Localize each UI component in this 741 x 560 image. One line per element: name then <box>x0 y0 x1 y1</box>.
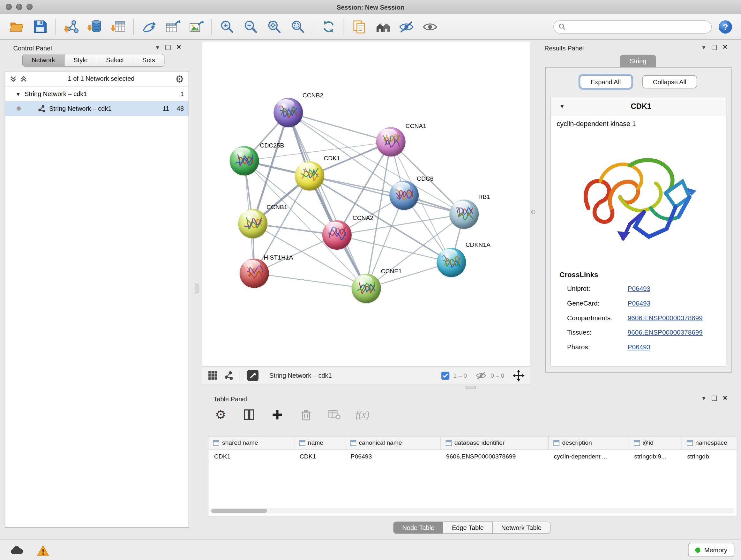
apply-function-button[interactable]: f(x) <box>354 406 372 424</box>
graph-node-RB1[interactable] <box>449 199 479 229</box>
warnings-button[interactable] <box>36 543 50 557</box>
crosslink-uniprot-link[interactable]: P06493 <box>628 285 650 292</box>
selected-checkbox-icon[interactable] <box>441 371 449 379</box>
collapse-triangle-icon[interactable]: ▼ <box>559 104 564 109</box>
column-header-id[interactable]: @id <box>629 436 682 449</box>
graph-node-CCNE1[interactable] <box>352 273 381 303</box>
refresh-layout-button[interactable] <box>317 16 340 38</box>
fit-content-crosshair-icon[interactable] <box>513 369 525 381</box>
table-row[interactable]: CDK1 CDK1 P06493 9606.ENSP00000378699 cy… <box>208 449 737 462</box>
undock-panel-icon[interactable] <box>165 45 171 50</box>
cell-namespace[interactable]: stringdb <box>681 449 737 462</box>
cell-canonical-name[interactable]: P06493 <box>345 449 441 462</box>
graph-node-CDK1[interactable] <box>295 161 324 191</box>
network-share-icon[interactable] <box>224 371 233 380</box>
new-network-button[interactable] <box>137 16 160 38</box>
tab-node-table[interactable]: Node Table <box>393 521 443 534</box>
tab-select[interactable]: Select <box>97 54 133 66</box>
tab-style[interactable]: Style <box>64 54 97 66</box>
graph-node-CCNB2[interactable] <box>273 98 303 127</box>
cell-name[interactable]: CDK1 <box>294 449 345 462</box>
tab-edge-table[interactable]: Edge Table <box>443 521 492 534</box>
column-header-description[interactable]: description <box>548 436 629 449</box>
graph-node-CCNB1[interactable] <box>238 209 267 239</box>
show-columns-button[interactable] <box>240 406 258 424</box>
open-session-button[interactable] <box>5 16 28 38</box>
scrollbar-thumb[interactable] <box>211 509 267 513</box>
import-network-database-button[interactable] <box>83 16 106 38</box>
network-collection-row[interactable]: ▼ String Network – cdk1 1 <box>5 86 189 101</box>
export-image-button[interactable] <box>185 16 208 38</box>
cell-database-identifier[interactable]: 9606.ENSP00000378699 <box>441 449 548 462</box>
tab-network[interactable]: Network <box>23 54 64 66</box>
crosslink-compartments-link[interactable]: 9606.ENSP00000378699 <box>628 314 703 321</box>
table-settings-button[interactable]: ⚙ <box>212 406 229 424</box>
close-panel-icon[interactable]: × <box>723 394 727 402</box>
graph-node-HIST1H1A[interactable] <box>240 259 269 288</box>
graph-node-CDC6[interactable] <box>389 181 419 210</box>
collapse-triangle-icon[interactable]: ▼ <box>16 91 21 97</box>
zoom-selected-button[interactable] <box>286 16 310 38</box>
search-box[interactable] <box>553 20 712 33</box>
cell-shared-name[interactable]: CDK1 <box>208 449 294 462</box>
graph-node-CDKN1A[interactable] <box>436 248 466 277</box>
cloud-status-button[interactable] <box>10 543 23 557</box>
collapse-all-button[interactable]: Collapse All <box>642 75 697 88</box>
table-tabs: Node Table Edge Table Network Table <box>206 521 737 534</box>
clone-network-button[interactable] <box>347 16 371 38</box>
network-row[interactable]: String Network – cdk1 11 48 <box>5 101 189 116</box>
delete-column-button[interactable] <box>297 406 315 424</box>
network-canvas[interactable]: CCNB2CCNA1CDC25BCDK1CDC6RB1CCNB1CCNA2CDK… <box>202 42 530 366</box>
search-input[interactable] <box>568 23 706 30</box>
create-column-button[interactable] <box>268 406 286 424</box>
tab-string[interactable]: String <box>620 55 656 67</box>
column-header-database-identifier[interactable]: database identifier <box>441 436 548 449</box>
grid-view-icon[interactable] <box>208 371 218 380</box>
overview-button[interactable] <box>371 16 394 38</box>
detach-view-icon[interactable] <box>247 369 259 382</box>
tab-sets[interactable]: Sets <box>133 54 164 66</box>
graph-node-CCNA1[interactable] <box>376 127 406 157</box>
column-header-name[interactable]: name <box>294 436 345 449</box>
table-horizontal-scrollbar[interactable] <box>210 508 735 513</box>
network-options-gear-icon[interactable]: ⚙ <box>175 74 184 84</box>
close-panel-icon[interactable]: × <box>723 44 727 51</box>
graph-node-CDC25B[interactable] <box>230 146 259 176</box>
undock-panel-icon[interactable] <box>711 395 717 401</box>
collapse-all-icon[interactable] <box>20 75 27 83</box>
cell-id[interactable]: stringdb:9... <box>629 449 682 462</box>
import-table-file-button[interactable] <box>106 16 130 38</box>
save-session-button[interactable] <box>28 16 52 38</box>
column-header-shared-name[interactable]: shared name <box>208 436 294 449</box>
crosslink-pharos-link[interactable]: P06493 <box>628 343 650 351</box>
delete-table-button[interactable] <box>325 406 343 424</box>
vertical-splitter-grip[interactable] <box>531 210 535 214</box>
show-all-button[interactable] <box>418 16 442 38</box>
horizontal-splitter-grip[interactable] <box>466 386 476 389</box>
gene-section-header[interactable]: ▼ CDK1 <box>551 98 726 115</box>
expand-all-button[interactable]: Expand All <box>580 75 632 88</box>
new-table-button[interactable] <box>160 16 184 38</box>
column-header-namespace[interactable]: namespace <box>681 436 737 449</box>
graph-node-CCNA2[interactable] <box>322 220 352 250</box>
zoom-out-button[interactable] <box>239 16 262 38</box>
crosslink-genecard-link[interactable]: P06493 <box>628 299 650 307</box>
float-panel-icon[interactable]: ▾ <box>702 44 705 50</box>
column-header-canonical-name[interactable]: canonical name <box>345 436 441 449</box>
zoom-fit-button[interactable] <box>262 16 286 38</box>
tab-network-table[interactable]: Network Table <box>493 521 550 534</box>
cell-description[interactable]: cyclin-dependent ... <box>548 449 629 462</box>
close-panel-icon[interactable]: × <box>177 44 181 51</box>
float-panel-icon[interactable]: ▾ <box>156 44 159 50</box>
hide-selected-button[interactable] <box>395 16 418 38</box>
zoom-in-button[interactable] <box>215 16 239 38</box>
undock-panel-icon[interactable] <box>711 45 717 50</box>
memory-button[interactable]: Memory <box>688 543 734 557</box>
crosslink-label: Uniprot: <box>567 285 628 292</box>
float-panel-icon[interactable]: ▾ <box>702 395 705 401</box>
vertical-splitter-grip[interactable] <box>195 284 199 294</box>
import-network-file-button[interactable] <box>59 16 83 38</box>
expand-all-icon[interactable] <box>10 75 17 83</box>
help-button[interactable]: ? <box>715 16 736 38</box>
crosslink-tissues-link[interactable]: 9606.ENSP00000378699 <box>628 328 703 336</box>
